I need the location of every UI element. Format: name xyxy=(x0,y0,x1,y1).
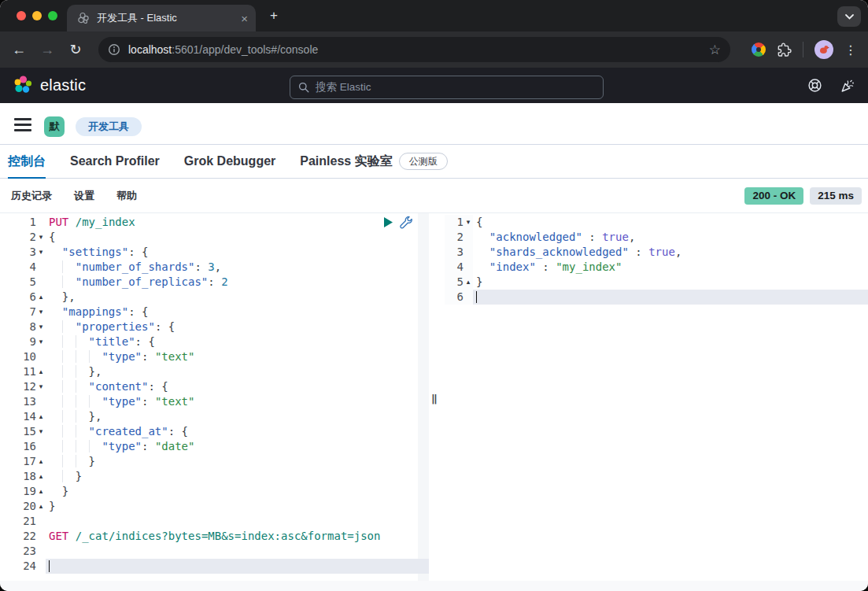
fold-close-icon[interactable]: ▴ xyxy=(36,290,46,305)
code-line[interactable]: 3▾ "settings": { xyxy=(0,245,429,260)
fold-close-icon[interactable]: ▴ xyxy=(36,409,46,424)
tab-painless-lab[interactable]: Painless 实验室 公测版 xyxy=(300,145,447,178)
pane-resizer[interactable]: ‖ xyxy=(431,393,438,404)
breadcrumb[interactable]: 开发工具 xyxy=(76,117,142,136)
code-text[interactable]: "type": "date" xyxy=(46,439,429,454)
request-editor[interactable]: 1PUT /my_index2▾{3▾ "settings": {4 "numb… xyxy=(0,213,429,581)
code-line[interactable]: 1▾{ xyxy=(445,215,868,230)
fold-close-icon[interactable]: ▴ xyxy=(36,454,46,469)
code-text[interactable]: GET /_cat/indices?bytes=MB&s=index:asc&f… xyxy=(46,529,429,544)
tab-close-icon[interactable]: × xyxy=(241,13,248,24)
settings-menu-item[interactable]: 设置 xyxy=(74,189,94,203)
code-line[interactable]: 19▴ } xyxy=(0,484,429,499)
bookmark-star-icon[interactable]: ☆ xyxy=(709,42,721,58)
response-viewer[interactable]: 1▾{2 "acknowledged" : true,3 "shards_ack… xyxy=(445,213,868,581)
tab-grok-debugger[interactable]: Grok Debugger xyxy=(184,145,275,178)
newsfeed-cheer-icon[interactable] xyxy=(840,78,855,94)
fold-open-icon[interactable]: ▾ xyxy=(36,379,46,394)
code-text[interactable]: }, xyxy=(46,364,429,379)
code-line[interactable]: 24 xyxy=(0,559,429,574)
code-text[interactable]: "content": { xyxy=(46,379,429,394)
code-line[interactable]: 4 "index" : "my_index" xyxy=(445,260,868,275)
code-text[interactable]: "type": "text" xyxy=(46,349,429,364)
code-text[interactable]: }, xyxy=(46,290,429,305)
code-text[interactable]: "settings": { xyxy=(46,245,429,260)
browser-menu-icon[interactable]: ⋮ xyxy=(844,42,857,57)
code-line[interactable]: 1PUT /my_index xyxy=(0,215,429,230)
extensions-puzzle-icon[interactable] xyxy=(777,42,792,57)
code-text[interactable]: "index" : "my_index" xyxy=(473,260,868,275)
code-text[interactable]: }, xyxy=(46,409,429,424)
code-line[interactable]: 13 "type": "text" xyxy=(0,394,429,409)
elastic-brand[interactable]: elastic xyxy=(13,75,86,95)
help-lifebuoy-icon[interactable] xyxy=(807,78,822,93)
code-text[interactable]: { xyxy=(46,230,429,245)
code-text[interactable]: "acknowledged" : true, xyxy=(473,230,868,245)
fold-close-icon[interactable]: ▴ xyxy=(36,469,46,484)
code-line[interactable]: 15▾ "created_at": { xyxy=(0,424,429,439)
code-text[interactable]: "created_at": { xyxy=(46,424,429,439)
code-line[interactable]: 22GET /_cat/indices?bytes=MB&s=index:asc… xyxy=(0,529,429,544)
code-line[interactable]: 6 xyxy=(445,290,868,305)
fold-open-icon[interactable]: ▾ xyxy=(464,215,473,230)
space-avatar[interactable]: 默 xyxy=(44,116,65,137)
fold-close-icon[interactable]: ▴ xyxy=(464,275,473,290)
browser-tab[interactable]: 开发工具 - Elastic × xyxy=(67,5,256,31)
code-text[interactable]: } xyxy=(46,469,429,484)
fold-open-icon[interactable]: ▾ xyxy=(36,424,46,439)
code-line[interactable]: 23 xyxy=(0,544,429,559)
fold-open-icon[interactable]: ▾ xyxy=(36,305,46,320)
code-text[interactable] xyxy=(46,544,429,559)
code-line[interactable]: 12▾ "content": { xyxy=(0,379,429,394)
help-menu-item[interactable]: 帮助 xyxy=(116,189,137,203)
fold-close-icon[interactable]: ▴ xyxy=(36,499,46,514)
code-line[interactable]: 5 "number_of_replicas": 2 xyxy=(0,275,429,290)
code-line[interactable]: 17▴ } xyxy=(0,454,429,469)
code-line[interactable]: 16 "type": "date" xyxy=(0,439,429,454)
code-text[interactable]: } xyxy=(46,484,429,499)
fold-close-icon[interactable]: ▴ xyxy=(36,484,46,499)
code-line[interactable]: 21 xyxy=(0,514,429,529)
code-line[interactable]: 8▾ "properties": { xyxy=(0,320,429,334)
back-button[interactable]: ← xyxy=(9,42,28,58)
code-line[interactable]: 2 "acknowledged" : true, xyxy=(445,230,868,245)
code-text[interactable]: "number_of_replicas": 2 xyxy=(46,275,429,290)
reload-button[interactable]: ↻ xyxy=(66,41,85,58)
fold-open-icon[interactable]: ▾ xyxy=(36,230,46,245)
tab-search-button[interactable] xyxy=(837,6,861,27)
code-line[interactable]: 3 "shards_acknowledged" : true, xyxy=(445,245,868,260)
code-text[interactable]: "title": { xyxy=(46,334,429,349)
maximize-window-button[interactable] xyxy=(48,11,57,20)
fold-close-icon[interactable]: ▴ xyxy=(36,364,46,379)
code-line[interactable]: 6▴ }, xyxy=(0,290,429,305)
code-line[interactable]: 11▴ }, xyxy=(0,364,429,379)
global-search-input[interactable]: 搜索 Elastic xyxy=(290,76,604,99)
wrench-icon[interactable] xyxy=(399,216,412,229)
code-text[interactable]: "shards_acknowledged" : true, xyxy=(473,245,868,260)
menu-hamburger-icon[interactable] xyxy=(14,118,31,131)
code-text[interactable]: } xyxy=(46,454,429,469)
address-bar[interactable]: localhost:5601/app/dev_tools#/console ☆ xyxy=(98,37,730,62)
site-info-icon[interactable] xyxy=(108,43,120,56)
history-menu-item[interactable]: 历史记录 xyxy=(11,189,52,203)
code-line[interactable]: 2▾{ xyxy=(0,230,429,245)
fold-open-icon[interactable]: ▾ xyxy=(36,245,46,260)
forward-button[interactable]: → xyxy=(38,42,57,58)
send-request-play-button[interactable] xyxy=(383,216,393,228)
tab-search-profiler[interactable]: Search Profiler xyxy=(70,145,160,178)
code-line[interactable]: 7▾ "mappings": { xyxy=(0,305,429,320)
code-line[interactable]: 9▾ "title": { xyxy=(0,334,429,349)
code-text[interactable]: "type": "text" xyxy=(46,394,429,409)
code-line[interactable]: 4 "number_of_shards": 3, xyxy=(0,260,429,275)
tab-console[interactable]: 控制台 xyxy=(8,145,46,178)
fold-open-icon[interactable]: ▾ xyxy=(36,334,46,349)
code-text[interactable] xyxy=(46,559,429,574)
code-text[interactable]: "mappings": { xyxy=(46,305,429,320)
profile-avatar[interactable] xyxy=(814,40,833,59)
code-line[interactable]: 20▴} xyxy=(0,499,429,514)
code-text[interactable]: "properties": { xyxy=(46,320,429,334)
code-text[interactable]: "number_of_shards": 3, xyxy=(46,260,429,275)
code-line[interactable]: 5▴} xyxy=(445,275,868,290)
code-line[interactable]: 18▴ } xyxy=(0,469,429,484)
code-text[interactable]: } xyxy=(473,275,868,290)
